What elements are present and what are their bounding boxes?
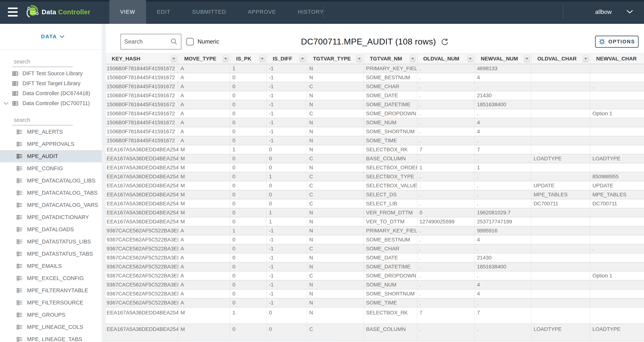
grid-cell[interactable]: SOME_DATE bbox=[364, 253, 417, 262]
grid-cell[interactable]: 0 bbox=[230, 82, 267, 91]
grid-cell[interactable]: 1506B0F7818445F41591672 bbox=[106, 136, 178, 145]
grid-cell[interactable] bbox=[531, 217, 590, 226]
grid-row[interactable]: EEA167A5A36DEDD4BEA2543M00CBASE_COLUMN..… bbox=[106, 154, 644, 163]
grid-cell[interactable]: . bbox=[590, 244, 644, 253]
grid-cell[interactable] bbox=[590, 208, 644, 217]
column-header-is_pk[interactable]: IS_PK bbox=[230, 54, 267, 64]
grid-cell[interactable]: N bbox=[307, 145, 364, 154]
grid-cell[interactable] bbox=[531, 73, 590, 82]
library-search-input[interactable] bbox=[12, 57, 73, 67]
grid-search-input[interactable] bbox=[124, 38, 170, 45]
grid-cell[interactable] bbox=[590, 235, 644, 244]
grid-cell[interactable]: 4 bbox=[475, 289, 531, 298]
grid-cell[interactable]: EEA167A5A36DEDD4BEA2543 bbox=[106, 190, 178, 199]
grid-cell[interactable] bbox=[531, 64, 590, 73]
grid-cell[interactable]: 0 bbox=[230, 136, 267, 145]
grid-cell[interactable]: . bbox=[475, 109, 531, 118]
grid-cell[interactable]: 4 bbox=[475, 127, 531, 136]
grid-row[interactable]: 1506B0F7818445F41591672A0-1NSOME_TIME.. bbox=[106, 136, 644, 145]
grid-cell[interactable]: SOME_NUM bbox=[364, 118, 417, 127]
grid-cell[interactable]: 4 bbox=[475, 73, 531, 82]
grid-cell[interactable]: . bbox=[475, 154, 531, 163]
grid-cell[interactable]: 850988955 bbox=[590, 172, 644, 181]
grid-cell[interactable]: . bbox=[417, 109, 475, 118]
grid-cell[interactable]: A bbox=[178, 100, 230, 109]
grid-cell[interactable]: EEA167A5A36DEDD4BEA2543 bbox=[106, 199, 178, 208]
grid-cell[interactable]: M bbox=[178, 163, 230, 172]
grid-row[interactable]: 9367CACE562AF5C522BA3EEA0-1NSOME_TIME.. bbox=[106, 298, 644, 307]
grid-cell[interactable]: LOADTYPE bbox=[531, 324, 590, 341]
grid-cell[interactable]: A bbox=[178, 64, 230, 73]
grid-cell[interactable]: A bbox=[178, 271, 230, 280]
grid-cell[interactable]: N bbox=[307, 262, 364, 271]
grid-cell[interactable]: . bbox=[417, 253, 475, 262]
column-header-newval_num[interactable]: NEWVAL_NUM bbox=[475, 54, 531, 64]
grid-row[interactable]: 1506B0F7818445F41591672A0-1CSOME_DROPDOW… bbox=[106, 109, 644, 118]
grid-cell[interactable]: . bbox=[417, 262, 475, 271]
grid-cell[interactable]: 0 bbox=[230, 271, 267, 280]
grid-cell[interactable]: UPDATE bbox=[590, 181, 644, 190]
grid-cell[interactable]: -1 bbox=[267, 271, 307, 280]
grid-cell[interactable] bbox=[531, 118, 590, 127]
grid-cell[interactable]: -1 bbox=[267, 64, 307, 73]
grid-cell[interactable]: LOADTYPE bbox=[590, 324, 644, 341]
grid-cell[interactable]: N bbox=[307, 64, 364, 73]
grid-cell[interactable]: 1 bbox=[230, 307, 267, 324]
grid-cell[interactable]: EEA167A5A36DEDD4BEA2543 bbox=[106, 307, 178, 324]
grid-cell[interactable]: 1851638400 bbox=[475, 100, 531, 109]
grid-cell[interactable]: 127490025599 bbox=[417, 217, 475, 226]
grid-cell[interactable]: 0 bbox=[230, 73, 267, 82]
grid-row[interactable]: 1506B0F7818445F41591672A0-1NSOME_BESTNUM… bbox=[106, 73, 644, 82]
grid-cell[interactable]: EEA167A5A36DEDD4BEA2543 bbox=[106, 208, 178, 217]
grid-cell[interactable]: 1 bbox=[230, 64, 267, 73]
grid-cell[interactable]: . bbox=[475, 190, 531, 199]
grid-row[interactable]: 9367CACE562AF5C522BA3EEA0-1NSOME_NUM.4 bbox=[106, 280, 644, 289]
grid-cell[interactable]: SOME_BESTNUM bbox=[364, 73, 417, 82]
grid-cell[interactable]: 0 bbox=[230, 280, 267, 289]
grid-cell[interactable] bbox=[531, 253, 590, 262]
grid-cell[interactable]: A bbox=[178, 118, 230, 127]
grid-cell[interactable] bbox=[531, 235, 590, 244]
grid-cell[interactable] bbox=[531, 91, 590, 100]
grid-row[interactable]: 9367CACE562AF5C522BA3EEA0-1NSOME_BESTNUM… bbox=[106, 235, 644, 244]
grid-cell[interactable]: . bbox=[417, 172, 475, 181]
grid-cell[interactable]: M bbox=[178, 208, 230, 217]
grid-cell[interactable]: EEA167A5A36DEDD4BEA2543 bbox=[106, 145, 178, 154]
tab-view[interactable]: VIEW bbox=[109, 0, 146, 24]
column-header-key_hash[interactable]: KEY_HASH bbox=[106, 54, 178, 64]
grid-cell[interactable]: 0 bbox=[230, 190, 267, 199]
refresh-icon[interactable] bbox=[441, 38, 449, 46]
grid-cell[interactable]: SOME_DATETIME bbox=[364, 100, 417, 109]
grid-cell[interactable]: C bbox=[307, 154, 364, 163]
grid-cell[interactable]: Option 1 bbox=[590, 109, 644, 118]
grid-row[interactable]: 9367CACE562AF5C522BA3EEA0-1CSOME_DROPDOW… bbox=[106, 271, 644, 280]
column-header-move_type[interactable]: MOVE_TYPE bbox=[178, 54, 230, 64]
grid-cell[interactable]: A bbox=[178, 127, 230, 136]
grid-cell[interactable]: C bbox=[307, 82, 364, 91]
column-header-oldval_char[interactable]: OLDVAL_CHAR bbox=[531, 54, 590, 64]
grid-cell[interactable]: . bbox=[417, 199, 475, 208]
grid-cell[interactable]: VER_FROM_DTTM bbox=[364, 208, 417, 217]
grid-cell[interactable]: 0 bbox=[230, 100, 267, 109]
grid-row[interactable]: EEA167A5A36DEDD4BEA2543M01CSELECTBOX_TYP… bbox=[106, 172, 644, 181]
grid-cell[interactable]: C bbox=[307, 181, 364, 190]
grid-cell[interactable] bbox=[590, 262, 644, 271]
grid-cell[interactable]: 1506B0F7818445F41591672 bbox=[106, 82, 178, 91]
grid-cell[interactable]: C bbox=[307, 199, 364, 208]
column-header-oldval_num[interactable]: OLDVAL_NUM bbox=[417, 54, 475, 64]
grid-cell[interactable]: SOME_CHAR bbox=[364, 82, 417, 91]
grid-cell[interactable]: 253717747199 bbox=[475, 217, 531, 226]
grid-row[interactable]: EEA167A5A36DEDD4BEA2543M00CSELECTBOX_VAL… bbox=[106, 181, 644, 190]
grid-cell[interactable]: 9995916 bbox=[475, 226, 531, 235]
grid-cell[interactable]: 9367CACE562AF5C522BA3EE bbox=[106, 271, 178, 280]
grid-cell[interactable]: SELECTBOX_RK bbox=[364, 307, 417, 324]
grid-cell[interactable]: A bbox=[178, 298, 230, 307]
grid-cell[interactable]: -1 bbox=[267, 262, 307, 271]
grid-cell[interactable]: A bbox=[178, 73, 230, 82]
grid-cell[interactable]: A bbox=[178, 235, 230, 244]
grid-cell[interactable]: SOME_CHAR bbox=[364, 244, 417, 253]
grid-cell[interactable]: N bbox=[307, 127, 364, 136]
library-item[interactable]: Data Controller (DC700711) bbox=[0, 98, 106, 108]
filter-icon[interactable] bbox=[468, 55, 473, 62]
grid-cell[interactable]: 9367CACE562AF5C522BA3EE bbox=[106, 280, 178, 289]
